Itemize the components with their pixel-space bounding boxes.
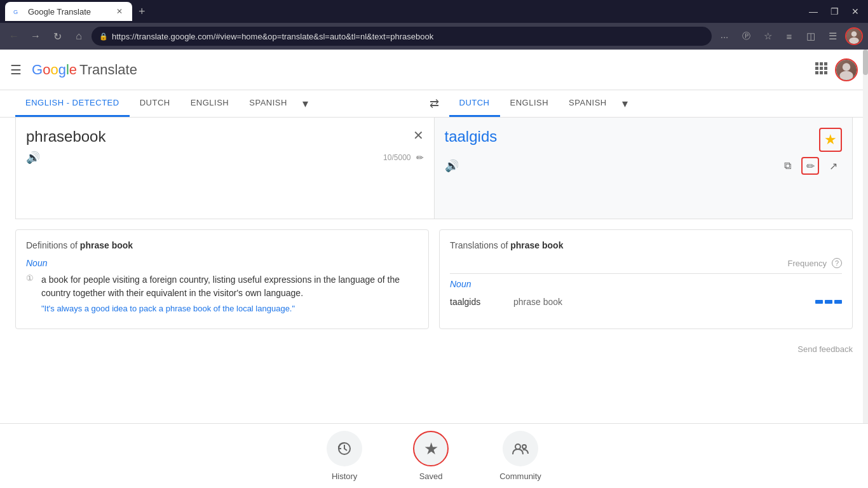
char-count-display: 10/5000 (383, 153, 410, 162)
address-bar[interactable]: 🔒 https://translate.google.com/#view=hom… (92, 27, 712, 46)
scroll-thumb[interactable] (863, 50, 868, 75)
tab-favicon: G (13, 6, 23, 17)
tab-spanish-target[interactable]: SPANISH (559, 90, 617, 117)
community-icon-circle (503, 431, 538, 466)
source-lang-tabs: ENGLISH - DETECTED DUTCH ENGLISH SPANISH… (15, 90, 419, 117)
logo-g: G (32, 62, 43, 78)
freq-bar-2 (825, 300, 832, 304)
app-header: ☰ Google Translate (0, 50, 868, 90)
def-number: ① (26, 273, 36, 313)
logo-o2: o (50, 62, 58, 78)
browser-profile-avatar-inner (846, 29, 862, 44)
edit-translation-button[interactable]: ✏ (801, 157, 819, 175)
logo-g2: g (58, 62, 66, 78)
svg-point-1 (851, 31, 857, 37)
browser-tab[interactable]: G Google Translate ✕ (5, 2, 132, 21)
source-more-languages-button[interactable]: ▾ (297, 92, 313, 116)
toolbar-icons: ··· Ⓟ ☆ ≡ ◫ ☰ (715, 27, 863, 45)
svg-point-16 (522, 445, 526, 449)
header-profile-avatar[interactable] (835, 58, 858, 81)
tab-english-source[interactable]: ENGLISH (180, 90, 240, 117)
header-avatar-inner (836, 60, 857, 80)
menu-button[interactable]: ☰ (824, 27, 841, 45)
save-translation-star-button[interactable]: ★ (819, 128, 842, 152)
translations-pos: Noun (450, 279, 842, 289)
target-lang-tabs: DUTCH ENGLISH SPANISH ▾ (449, 90, 853, 117)
browser-profile-avatar[interactable] (845, 27, 863, 45)
home-button[interactable]: ⌂ (70, 27, 88, 45)
minimize-button[interactable]: — (805, 5, 822, 18)
tab-dutch-source[interactable]: DUTCH (130, 90, 180, 117)
trans-word: taalgids (450, 297, 513, 307)
nav-community[interactable]: Community (499, 431, 541, 481)
new-tab-button[interactable]: + (139, 5, 146, 18)
bookmark-star-button[interactable]: ☆ (759, 27, 776, 45)
source-tts-button[interactable]: 🔊 (26, 151, 40, 165)
tab-title: Google Translate (28, 7, 109, 17)
pocket-button[interactable]: Ⓟ (737, 27, 755, 45)
logo-e: e (69, 62, 77, 78)
frequency-info-icon[interactable]: ? (832, 258, 842, 268)
source-text-display[interactable]: phrasebook (26, 128, 408, 146)
forward-button[interactable]: → (27, 27, 44, 45)
logo-translate: Translate (79, 62, 137, 78)
svg-point-15 (515, 444, 520, 449)
nav-history[interactable]: History (327, 431, 362, 481)
sidebar-button[interactable]: ◫ (802, 27, 820, 45)
svg-rect-8 (824, 67, 827, 70)
tab-close-button[interactable]: ✕ (114, 6, 125, 17)
back-button[interactable]: ← (5, 27, 23, 45)
community-label: Community (499, 471, 541, 481)
svg-rect-11 (824, 71, 827, 74)
hamburger-menu-button[interactable]: ☰ (10, 62, 22, 78)
google-apps-button[interactable] (815, 62, 827, 78)
copy-translation-button[interactable]: ⧉ (778, 157, 796, 175)
swap-languages-button[interactable]: ⇄ (419, 90, 449, 117)
definitions-word: phrase book (80, 240, 133, 250)
translation-row: taalgids phrase book (450, 294, 842, 309)
target-more-languages-button[interactable]: ▾ (617, 92, 633, 116)
svg-rect-7 (820, 67, 823, 70)
target-actions: ⧉ ✏ ↗ (778, 157, 842, 175)
lock-icon: 🔒 (99, 32, 108, 41)
target-tts-button[interactable]: 🔊 (445, 159, 459, 173)
target-text-display: taalgids (445, 128, 820, 146)
url-text: https://translate.google.com/#view=home&… (112, 32, 704, 41)
saved-icon-circle: ★ (413, 431, 449, 466)
definitions-title: Definitions of phrase book (26, 240, 418, 250)
svg-rect-4 (820, 62, 823, 65)
browser-toolbar: ← → ↻ ⌂ 🔒 https://translate.google.com/#… (0, 23, 868, 50)
trans-freq-bars (815, 300, 842, 304)
definitions-area: Definitions of phrase book Noun ① a book… (15, 229, 853, 329)
tab-english-detected[interactable]: ENGLISH - DETECTED (15, 90, 130, 117)
edit-source-button[interactable]: ✏ (416, 152, 424, 163)
share-translation-button[interactable]: ↗ (824, 157, 842, 175)
send-feedback-link[interactable]: Send feedback (0, 339, 868, 359)
target-footer: 🔊 ⧉ ✏ ↗ (445, 157, 843, 175)
refresh-button[interactable]: ↻ (48, 27, 66, 45)
source-footer: 🔊 10/5000 ✏ (26, 151, 424, 165)
svg-rect-9 (815, 71, 818, 74)
bottom-nav: History ★ Saved Community (0, 423, 868, 488)
app-logo: Google Translate (32, 62, 137, 78)
tab-spanish-source[interactable]: SPANISH (239, 90, 297, 117)
tab-dutch-target[interactable]: DUTCH (449, 90, 500, 117)
language-tabs-container: ENGLISH - DETECTED DUTCH ENGLISH SPANISH… (0, 90, 868, 118)
close-button[interactable]: ✕ (848, 5, 863, 18)
definitions-pos: Noun (26, 258, 418, 268)
window-controls: — ❐ ✕ (805, 5, 863, 18)
more-options-button[interactable]: ··· (715, 27, 733, 45)
svg-rect-5 (824, 62, 827, 65)
nav-saved[interactable]: ★ Saved (413, 431, 449, 481)
svg-rect-6 (815, 67, 818, 70)
translations-title-prefix: Translations of (450, 240, 510, 250)
scrollbar[interactable] (863, 50, 868, 431)
clear-source-button[interactable]: ✕ (413, 128, 424, 143)
freq-bar-1 (815, 300, 823, 304)
frequency-label: Frequency ? (788, 258, 842, 268)
svg-point-13 (839, 71, 853, 79)
tab-english-target[interactable]: ENGLISH (500, 90, 559, 117)
freq-bar-3 (834, 300, 842, 304)
synced-tabs-button[interactable]: ≡ (780, 27, 798, 45)
maximize-button[interactable]: ❐ (827, 5, 843, 18)
